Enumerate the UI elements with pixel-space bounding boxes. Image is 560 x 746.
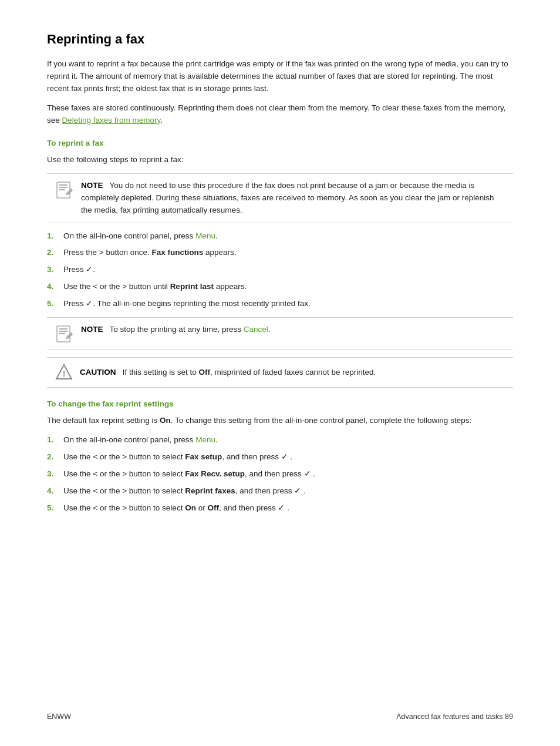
caution-off-bold: Off [199, 368, 211, 377]
cancel-link: Cancel [244, 325, 268, 334]
footer-left: ENWW [47, 711, 71, 723]
step-2-1-num: 1. [47, 434, 63, 446]
svg-rect-5 [59, 328, 68, 330]
note2-label: NOTE [81, 325, 103, 334]
note-icon-1 [55, 181, 74, 200]
footer-right: Advanced fax features and tasks 89 [396, 711, 513, 723]
svg-rect-3 [59, 189, 65, 190]
note-box-1: NOTE You do not need to use this procedu… [47, 173, 513, 223]
svg-rect-6 [59, 331, 68, 332]
note1-content: NOTE You do not need to use this procedu… [81, 180, 505, 217]
step-1-4-text: Use the < or the > button until Reprint … [63, 281, 247, 293]
section2-p1-after: . To change this setting from the all-in… [171, 416, 471, 425]
step-2-1-text: On the all-in-one control panel, press M… [63, 434, 218, 446]
page-title: Reprinting a fax [47, 29, 513, 49]
intro-paragraph-1: If you want to reprint a fax because the… [47, 58, 513, 95]
step-1-5-text: Press ✓. The all-in-one begins reprintin… [63, 298, 311, 310]
fax-setup-bold: Fax setup [185, 452, 222, 461]
section2-intro: The default fax reprint setting is On. T… [47, 415, 513, 427]
caution-spacer [118, 368, 123, 377]
page-footer: ENWW Advanced fax features and tasks 89 [47, 711, 513, 723]
fax-recv-bold: Fax Recv. setup [185, 469, 245, 478]
step-2-4-text: Use the < or the > button to select Repr… [63, 485, 306, 498]
note1-text [105, 181, 109, 190]
step-1-2-text: Press the > button once. Fax functions a… [63, 247, 237, 259]
step-2-1: 1. On the all-in-one control panel, pres… [47, 434, 513, 446]
step-1-2: 2. Press the > button once. Fax function… [47, 247, 513, 259]
on-bold-s2-5: On [185, 503, 196, 512]
step-1-4-num: 4. [47, 281, 63, 293]
step-2-2: 2. Use the < or the > button to select F… [47, 451, 513, 463]
step-2-4: 4. Use the < or the > button to select R… [47, 485, 513, 498]
note1-label: NOTE [81, 181, 103, 190]
note2-content: NOTE To stop the printing at any time, p… [81, 324, 505, 336]
step-2-5-num: 5. [47, 502, 63, 515]
step-2-2-num: 2. [47, 451, 63, 463]
caution-content: CAUTION If this setting is set to Off, m… [80, 367, 376, 378]
reprint-faxes-bold: Reprint faxes [185, 486, 235, 495]
step-2-2-text: Use the < or the > button to select Fax … [63, 451, 292, 463]
step-1-1-num: 1. [47, 230, 63, 243]
section1-heading: To reprint a fax [47, 137, 513, 149]
steps-list-2: 1. On the all-in-one control panel, pres… [47, 434, 513, 515]
section2-p1-before: The default fax reprint setting is [47, 416, 160, 425]
fax-functions-bold: Fax functions [151, 248, 203, 257]
steps-list-1: 1. On the all-in-one control panel, pres… [47, 230, 513, 311]
step-1-3-num: 3. [47, 264, 63, 276]
svg-rect-2 [59, 187, 68, 188]
note1-body: You do not need to use this procedure if… [81, 181, 494, 214]
svg-rect-7 [59, 333, 65, 334]
on-bold-s2: On [160, 416, 171, 425]
note2-spacer [105, 325, 109, 334]
step-2-3-text: Use the < or the > button to select Fax … [63, 468, 315, 480]
caution-after: , misprinted of faded faxes cannot be re… [210, 368, 376, 377]
intro-p2-after: . [160, 116, 163, 125]
step-1-2-num: 2. [47, 247, 63, 259]
step-1-5: 5. Press ✓. The all-in-one begins reprin… [47, 298, 513, 310]
step-1-3: 3. Press ✓. [47, 264, 513, 276]
deleting-faxes-link[interactable]: Deleting faxes from memory [62, 116, 161, 125]
step-1-1-text: On the all-in-one control panel, press M… [63, 230, 218, 243]
step-2-3-num: 3. [47, 468, 63, 480]
note-box-2: NOTE To stop the printing at any time, p… [47, 317, 513, 350]
note-icon-2 [55, 325, 74, 344]
step-2-5-text: Use the < or the > button to select On o… [63, 502, 289, 515]
svg-rect-1 [59, 184, 68, 186]
step-1-5-num: 5. [47, 298, 63, 310]
step-1-1: 1. On the all-in-one control panel, pres… [47, 230, 513, 243]
section2-heading: To change the fax reprint settings [47, 398, 513, 410]
reprint-last-bold: Reprint last [170, 282, 214, 291]
step-1-4: 4. Use the < or the > button until Repri… [47, 281, 513, 293]
step-1-3-text: Press ✓. [63, 264, 95, 276]
caution-triangle-icon: ! [55, 364, 73, 381]
caution-label: CAUTION [80, 368, 116, 377]
section1-intro: Use the following steps to reprint a fax… [47, 154, 513, 166]
caution-box: ! CAUTION If this setting is set to Off,… [47, 357, 513, 388]
step-2-3: 3. Use the < or the > button to select F… [47, 468, 513, 480]
caution-before: If this setting is set to [123, 368, 199, 377]
step-2-5: 5. Use the < or the > button to select O… [47, 502, 513, 515]
svg-text:!: ! [63, 369, 66, 378]
step-2-4-num: 4. [47, 485, 63, 498]
off-bold-s2-5: Off [207, 503, 219, 512]
menu-link-2: Menu [195, 435, 215, 444]
intro-paragraph-2: These faxes are stored continuously. Rep… [47, 102, 513, 127]
note2-after: . [268, 325, 271, 334]
note2-before: To stop the printing at any time, press [110, 325, 244, 334]
menu-link-1: Menu [195, 231, 215, 240]
